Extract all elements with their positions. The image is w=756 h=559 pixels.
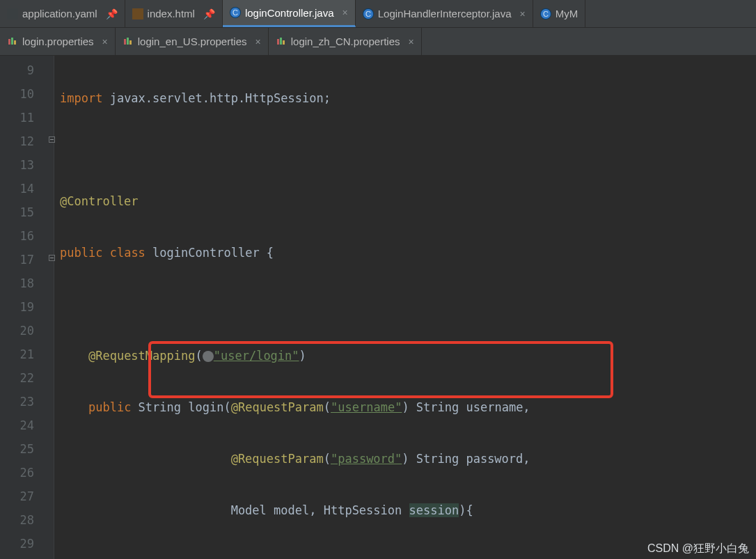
tab-logincontroller[interactable]: C loginController.java × <box>223 0 356 27</box>
code-line: @RequestParam("password") String passwor… <box>54 447 756 471</box>
code-line <box>54 292 756 316</box>
line-number: 19 <box>0 295 54 319</box>
svg-rect-9 <box>14 40 16 45</box>
close-icon[interactable]: × <box>408 36 414 47</box>
svg-text:C: C <box>233 8 238 17</box>
properties-icon <box>7 36 18 47</box>
pin-icon: 📌 <box>203 8 215 19</box>
tab-label: index.html <box>148 8 195 19</box>
line-number: 26 <box>0 461 54 485</box>
code-line: public String login(@RequestParam("usern… <box>54 395 756 419</box>
close-icon[interactable]: × <box>342 7 348 18</box>
tab-label: MyM <box>556 8 578 19</box>
yaml-icon <box>7 8 18 19</box>
tab-application-yaml[interactable]: application.yaml 📌 <box>0 0 125 27</box>
line-number: 23 <box>0 390 54 414</box>
line-number: 22 <box>0 366 54 390</box>
watermark-text: CSDN @狂野小白兔 <box>647 542 749 556</box>
properties-icon <box>276 36 287 47</box>
tab-login-zh-props[interactable]: login_zh_CN.properties × <box>269 28 422 55</box>
class-icon: C <box>363 8 374 19</box>
line-number: 10 <box>0 82 54 106</box>
svg-rect-12 <box>127 38 129 45</box>
code-line: Model model, HttpSession session){ <box>54 498 756 522</box>
code-line: @Controller <box>54 189 756 213</box>
line-number: 11 <box>0 106 54 129</box>
svg-text:C: C <box>543 10 549 18</box>
tab-index-html[interactable]: index.html 📌 <box>125 0 223 27</box>
second-tab-row: login.properties × login_en_US.propertie… <box>0 28 756 56</box>
line-number: 28 <box>0 508 54 532</box>
svg-rect-11 <box>124 39 126 45</box>
line-number: 29 <box>0 532 54 556</box>
tab-label: loginController.java <box>245 7 334 19</box>
line-number: 17 <box>0 248 54 271</box>
line-number: 18 <box>0 271 54 295</box>
tab-mym[interactable]: C MyM <box>533 0 586 27</box>
editor[interactable]: 9 10 11 12 13 14 15 16 17 18 19 20 21 22… <box>0 56 756 559</box>
class-icon: C <box>230 7 241 18</box>
tab-login-props[interactable]: login.properties × <box>0 28 116 55</box>
tab-label: login.properties <box>22 36 94 47</box>
tab-label: LoginHandlerInterceptor.java <box>378 8 512 19</box>
tab-login-en-props[interactable]: login_en_US.properties × <box>116 28 269 55</box>
line-number: 25 <box>0 437 54 461</box>
pin-icon: 📌 <box>106 8 118 19</box>
line-number: 15 <box>0 200 54 224</box>
line-number: 27 <box>0 485 54 508</box>
line-number: 14 <box>0 177 54 200</box>
svg-rect-13 <box>129 40 132 45</box>
line-number: 16 <box>0 224 54 248</box>
svg-text:C: C <box>365 10 371 18</box>
code-area[interactable]: import javax.servlet.http.HttpSession; @… <box>54 56 756 559</box>
code-line: public class loginController { <box>54 241 756 265</box>
tab-label: application.yaml <box>22 8 97 19</box>
web-endpoint-icon[interactable] <box>203 351 214 362</box>
code-line: import javax.servlet.http.HttpSession; <box>54 86 756 110</box>
close-icon[interactable]: × <box>102 36 108 47</box>
gutter: 9 10 11 12 13 14 15 16 17 18 19 20 21 22… <box>0 56 54 559</box>
top-tab-row: application.yaml 📌 index.html 📌 C loginC… <box>0 0 756 28</box>
tab-loginhandler[interactable]: C LoginHandlerInterceptor.java × <box>356 0 533 27</box>
properties-icon <box>123 36 134 47</box>
line-number: 24 <box>0 414 54 437</box>
close-icon[interactable]: × <box>255 36 261 47</box>
svg-rect-7 <box>8 39 10 45</box>
line-number: 9 <box>0 58 54 82</box>
code-line <box>54 138 756 162</box>
html-icon <box>132 8 143 19</box>
svg-rect-8 <box>11 38 13 45</box>
line-number: 20 <box>0 319 54 343</box>
close-icon[interactable]: × <box>520 8 526 19</box>
line-number: 12 <box>0 129 54 153</box>
code-line: @RequestMapping("user/login") <box>54 344 756 368</box>
svg-rect-16 <box>280 38 282 45</box>
svg-rect-15 <box>277 39 279 45</box>
line-number: 13 <box>0 153 54 177</box>
class-icon: C <box>540 8 551 19</box>
svg-rect-17 <box>283 40 285 45</box>
line-number: 21 <box>0 343 54 366</box>
tab-label: login_zh_CN.properties <box>291 36 400 47</box>
tab-label: login_en_US.properties <box>138 36 247 47</box>
